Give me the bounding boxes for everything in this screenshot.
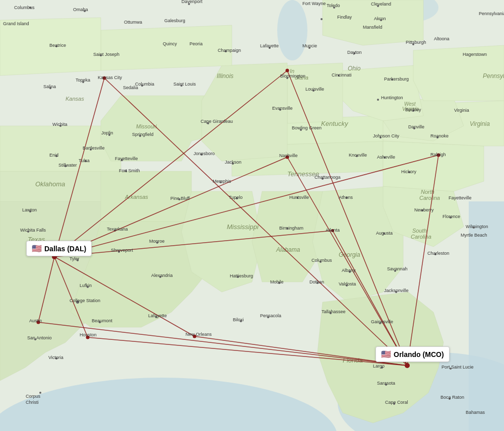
svg-text:Mobile: Mobile (270, 279, 284, 284)
svg-text:New Orleans: New Orleans (185, 332, 212, 337)
svg-text:Bowling Green: Bowling Green (292, 125, 322, 130)
svg-text:Springfield: Springfield (132, 132, 154, 137)
svg-text:Toledo: Toledo (327, 3, 340, 8)
svg-text:Cape Girardeau: Cape Girardeau (201, 119, 233, 124)
svg-text:Omaha: Omaha (73, 7, 88, 12)
svg-text:Mansfield: Mansfield (363, 25, 383, 30)
svg-text:Chattanooga: Chattanooga (314, 175, 341, 180)
svg-text:Charleston: Charleston (427, 251, 450, 256)
svg-text:Akron: Akron (374, 16, 386, 21)
svg-text:Carolina: Carolina (411, 234, 431, 240)
svg-text:Muncie: Muncie (302, 43, 317, 48)
map-svg: Kansas Missouri Illinois In diana Ohio O… (0, 0, 504, 431)
svg-text:Port Saint Lucie: Port Saint Lucie (442, 365, 474, 370)
svg-text:Wichita Falls: Wichita Falls (20, 228, 46, 233)
svg-text:Myrtle Beach: Myrtle Beach (461, 233, 487, 238)
svg-text:Pine Bluff: Pine Bluff (170, 196, 190, 201)
svg-text:Pittsburgh: Pittsburgh (406, 40, 426, 45)
svg-text:College Station: College Station (70, 298, 100, 303)
svg-text:Parkersburg: Parkersburg (384, 77, 409, 82)
svg-text:Pennsylvania: Pennsylvania (479, 11, 504, 16)
svg-text:Lawton: Lawton (22, 207, 37, 212)
svg-text:Wilmington: Wilmington (466, 224, 488, 229)
svg-text:Illinois: Illinois (217, 73, 233, 80)
svg-text:Beaumont: Beaumont (92, 318, 113, 323)
svg-text:Fayetteville: Fayetteville (449, 195, 472, 200)
svg-marker-27 (101, 25, 232, 70)
svg-text:Fayetteville: Fayetteville (115, 156, 138, 161)
svg-point-167 (286, 69, 289, 73)
svg-text:Athens: Athens (339, 195, 353, 200)
svg-text:Roanoke: Roanoke (430, 133, 449, 138)
svg-text:Houston: Houston (80, 332, 97, 337)
svg-text:Birmingham: Birmingham (279, 226, 303, 231)
orlando-airport-label: 🇺🇸 Orlando (MCO) (375, 346, 450, 362)
svg-text:Huntsville: Huntsville (289, 195, 309, 200)
svg-text:Galesburg: Galesburg (164, 18, 185, 23)
svg-text:Danville: Danville (408, 124, 424, 129)
svg-text:Arkansas: Arkansas (124, 194, 148, 200)
svg-text:Quincy: Quincy (163, 41, 177, 46)
svg-text:Salina: Salina (43, 84, 56, 89)
svg-text:Virginia: Virginia (454, 108, 469, 113)
svg-text:Raleigh: Raleigh (430, 152, 446, 157)
svg-text:Dothan: Dothan (309, 279, 324, 284)
svg-text:Mississippi: Mississippi (227, 223, 259, 231)
svg-text:Saint Joseph: Saint Joseph (93, 52, 119, 57)
svg-text:Christi: Christi (26, 400, 39, 405)
svg-text:Columbus: Columbus (311, 258, 332, 263)
svg-text:Kansas City: Kansas City (98, 75, 122, 80)
svg-text:Savannah: Savannah (387, 266, 408, 271)
svg-text:Grand Island: Grand Island (3, 21, 29, 26)
svg-text:Altoona: Altoona (434, 36, 450, 41)
svg-text:Louisville: Louisville (305, 87, 324, 92)
svg-text:Memphis: Memphis (213, 179, 231, 184)
svg-text:Valdosta: Valdosta (339, 281, 356, 286)
svg-text:Topeka: Topeka (76, 78, 90, 83)
svg-text:Stillwater: Stillwater (58, 163, 77, 168)
svg-point-77 (377, 99, 379, 101)
orlando-flag: 🇺🇸 (381, 349, 391, 359)
svg-text:Johnson City: Johnson City (373, 133, 400, 138)
svg-text:Kansas: Kansas (66, 96, 84, 102)
svg-text:Oklahoma: Oklahoma (35, 180, 65, 188)
svg-text:Fort Smith: Fort Smith (119, 168, 140, 173)
svg-text:Shreveport: Shreveport (111, 248, 134, 253)
svg-text:Newberry: Newberry (414, 207, 434, 212)
dallas-flag: 🇺🇸 (32, 244, 42, 253)
svg-text:Asheville: Asheville (377, 155, 395, 160)
svg-text:Ottumwa: Ottumwa (124, 20, 142, 25)
svg-text:Hattiesburg: Hattiesburg (230, 273, 253, 278)
svg-text:Sarasota: Sarasota (377, 381, 395, 386)
svg-text:Bahamas: Bahamas (466, 410, 485, 415)
svg-text:Tallahassee: Tallahassee (322, 309, 346, 314)
svg-text:Cincinnati: Cincinnati (332, 73, 352, 78)
svg-text:Bartlesville: Bartlesville (83, 146, 105, 151)
svg-text:Corpus: Corpus (26, 394, 41, 399)
svg-text:South: South (412, 228, 427, 234)
svg-text:Davenport: Davenport (181, 0, 203, 4)
svg-text:Kentucky: Kentucky (321, 120, 349, 127)
svg-text:Lafayette: Lafayette (148, 313, 167, 318)
svg-marker-21 (383, 141, 484, 191)
svg-text:Atlanta: Atlanta (326, 228, 340, 233)
svg-text:Austin: Austin (29, 318, 42, 323)
svg-text:Nashville: Nashville (279, 153, 298, 158)
svg-text:Cape Coral: Cape Coral (385, 400, 408, 405)
svg-text:Augusta: Augusta (376, 231, 393, 236)
svg-text:Pennsylvania: Pennsylvania (483, 73, 504, 80)
svg-text:Columbus: Columbus (14, 5, 35, 10)
orlando-label-text: Orlando (MCO) (394, 350, 444, 358)
svg-text:Lafayette: Lafayette (260, 43, 279, 48)
svg-text:Monroe: Monroe (149, 239, 165, 244)
svg-text:Jacksonville: Jacksonville (384, 288, 409, 293)
svg-point-173 (405, 363, 410, 368)
svg-text:Sedalia: Sedalia (123, 85, 138, 90)
svg-text:Pensacola: Pensacola (260, 313, 281, 318)
svg-text:Jackson: Jackson (225, 160, 241, 165)
svg-text:Gainesville: Gainesville (371, 319, 393, 324)
svg-text:Joplin: Joplin (101, 130, 113, 135)
svg-text:Peoria: Peoria (190, 41, 203, 46)
dallas-airport-label: 🇺🇸 Dallas (DAL) (26, 241, 92, 256)
svg-text:Missouri: Missouri (136, 123, 157, 129)
